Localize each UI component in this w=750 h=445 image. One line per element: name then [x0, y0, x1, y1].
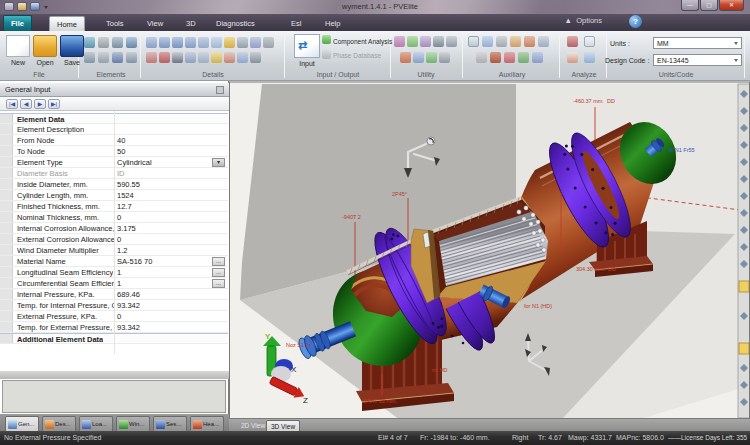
- svg-text:94HT 22 mm.: 94HT 22 mm.: [364, 398, 398, 404]
- svg-text:-460.37 mm. DD: -460.37 mm. DD: [573, 98, 615, 104]
- svg-text:Z: Z: [303, 396, 308, 405]
- svg-text:m. HD: m. HD: [432, 367, 448, 373]
- svg-text:for N1 (HD): for N1 (HD): [524, 303, 552, 309]
- svg-text:X: X: [291, 365, 297, 374]
- svg-text:-940T 2: -940T 2: [342, 214, 361, 220]
- svg-text:304.30 mm. DD: 304.30 mm. DD: [576, 266, 616, 272]
- svg-text:Noz S1 Fr°: Noz S1 Fr°: [286, 342, 313, 348]
- svg-text:2P45°: 2P45°: [392, 191, 407, 197]
- svg-text:W N1 Fr55: W N1 Fr55: [668, 147, 695, 153]
